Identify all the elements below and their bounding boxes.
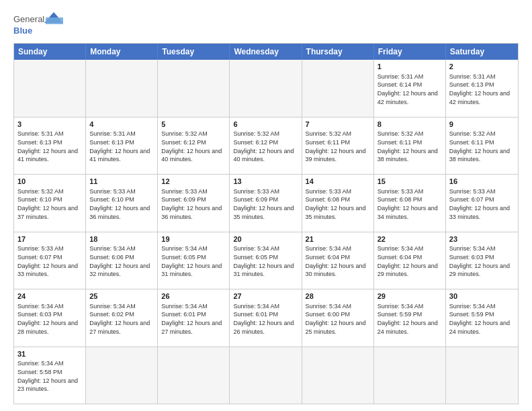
day-info: Sunrise: 5:31 AM Sunset: 6:13 PM Dayligh…	[449, 73, 515, 106]
day-number: 4	[89, 120, 154, 130]
calendar-cell	[158, 347, 230, 404]
day-number: 1	[378, 62, 442, 72]
day-number: 9	[449, 120, 515, 130]
calendar-header: SundayMondayTuesdayWednesdayThursdayFrid…	[14, 44, 518, 60]
day-number: 14	[306, 177, 370, 187]
day-number: 6	[233, 120, 298, 130]
calendar-cell: 31Sunrise: 5:34 AM Sunset: 5:58 PM Dayli…	[14, 347, 86, 404]
calendar-cell: 2Sunrise: 5:31 AM Sunset: 6:13 PM Daylig…	[446, 60, 518, 117]
calendar-row: 1Sunrise: 5:31 AM Sunset: 6:14 PM Daylig…	[14, 60, 518, 117]
calendar-cell	[86, 60, 158, 117]
calendar-cell: 6Sunrise: 5:32 AM Sunset: 6:12 PM Daylig…	[230, 118, 302, 175]
day-info: Sunrise: 5:32 AM Sunset: 6:12 PM Dayligh…	[161, 130, 226, 163]
calendar-cell: 4Sunrise: 5:31 AM Sunset: 6:13 PM Daylig…	[86, 118, 158, 175]
calendar-cell: 8Sunrise: 5:32 AM Sunset: 6:11 PM Daylig…	[374, 118, 446, 175]
calendar-cell: 27Sunrise: 5:34 AM Sunset: 6:01 PM Dayli…	[230, 289, 302, 347]
calendar-cell	[302, 347, 374, 404]
calendar-header-cell: Sunday	[14, 44, 86, 60]
calendar-cell: 3Sunrise: 5:31 AM Sunset: 6:13 PM Daylig…	[14, 118, 86, 175]
calendar-cell: 10Sunrise: 5:32 AM Sunset: 6:10 PM Dayli…	[14, 175, 86, 232]
calendar-row: 31Sunrise: 5:34 AM Sunset: 5:58 PM Dayli…	[14, 347, 518, 404]
day-info: Sunrise: 5:33 AM Sunset: 6:09 PM Dayligh…	[233, 187, 298, 221]
day-number: 17	[17, 234, 82, 244]
day-info: Sunrise: 5:31 AM Sunset: 6:13 PM Dayligh…	[17, 130, 82, 163]
calendar-header-cell: Friday	[374, 44, 446, 60]
day-info: Sunrise: 5:33 AM Sunset: 6:10 PM Dayligh…	[89, 187, 154, 221]
day-number: 11	[89, 177, 154, 187]
calendar: SundayMondayTuesdayWednesdayThursdayFrid…	[13, 43, 519, 404]
day-number: 8	[378, 120, 442, 130]
day-number: 12	[161, 177, 226, 187]
calendar-row: 17Sunrise: 5:33 AM Sunset: 6:07 PM Dayli…	[14, 232, 518, 289]
svg-rect-2	[46, 17, 63, 24]
day-number: 2	[449, 62, 515, 72]
day-number: 20	[233, 234, 298, 244]
day-number: 25	[89, 291, 154, 302]
day-info: Sunrise: 5:32 AM Sunset: 6:11 PM Dayligh…	[306, 130, 370, 163]
calendar-cell: 19Sunrise: 5:34 AM Sunset: 6:05 PM Dayli…	[158, 232, 230, 289]
calendar-cell: 7Sunrise: 5:32 AM Sunset: 6:11 PM Daylig…	[302, 118, 374, 175]
calendar-cell: 20Sunrise: 5:34 AM Sunset: 6:05 PM Dayli…	[230, 232, 302, 289]
day-info: Sunrise: 5:33 AM Sunset: 6:08 PM Dayligh…	[378, 187, 442, 221]
day-info: Sunrise: 5:33 AM Sunset: 6:08 PM Dayligh…	[306, 187, 370, 221]
calendar-cell: 11Sunrise: 5:33 AM Sunset: 6:10 PM Dayli…	[86, 175, 158, 232]
day-info: Sunrise: 5:34 AM Sunset: 6:01 PM Dayligh…	[233, 302, 298, 336]
calendar-cell: 13Sunrise: 5:33 AM Sunset: 6:09 PM Dayli…	[230, 175, 302, 232]
calendar-cell	[446, 347, 518, 404]
day-info: Sunrise: 5:31 AM Sunset: 6:14 PM Dayligh…	[378, 73, 442, 106]
calendar-cell: 25Sunrise: 5:34 AM Sunset: 6:02 PM Dayli…	[86, 289, 158, 347]
day-number: 19	[161, 234, 226, 244]
day-info: Sunrise: 5:34 AM Sunset: 6:00 PM Dayligh…	[306, 302, 370, 336]
day-info: Sunrise: 5:32 AM Sunset: 6:11 PM Dayligh…	[378, 130, 442, 163]
calendar-cell: 9Sunrise: 5:32 AM Sunset: 6:11 PM Daylig…	[446, 118, 518, 175]
calendar-row: 24Sunrise: 5:34 AM Sunset: 6:03 PM Dayli…	[14, 289, 518, 347]
day-info: Sunrise: 5:34 AM Sunset: 6:03 PM Dayligh…	[17, 302, 82, 336]
logo-graphic: General Blue	[13, 11, 67, 36]
calendar-row: 10Sunrise: 5:32 AM Sunset: 6:10 PM Dayli…	[14, 174, 518, 232]
calendar-header-cell: Tuesday	[158, 44, 230, 60]
svg-text:Blue: Blue	[13, 26, 32, 36]
day-info: Sunrise: 5:34 AM Sunset: 6:06 PM Dayligh…	[89, 244, 154, 278]
calendar-row: 3Sunrise: 5:31 AM Sunset: 6:13 PM Daylig…	[14, 117, 518, 175]
day-info: Sunrise: 5:34 AM Sunset: 6:04 PM Dayligh…	[378, 244, 442, 278]
header: General Blue	[13, 11, 519, 36]
calendar-header-cell: Thursday	[302, 44, 374, 60]
calendar-cell	[158, 60, 230, 117]
day-number: 13	[233, 177, 298, 187]
day-info: Sunrise: 5:31 AM Sunset: 6:13 PM Dayligh…	[89, 130, 154, 163]
calendar-cell	[14, 60, 86, 117]
day-number: 10	[17, 177, 82, 187]
day-number: 31	[17, 349, 82, 359]
day-info: Sunrise: 5:34 AM Sunset: 6:02 PM Dayligh…	[89, 302, 154, 336]
calendar-cell: 30Sunrise: 5:34 AM Sunset: 5:59 PM Dayli…	[446, 289, 518, 347]
calendar-cell: 24Sunrise: 5:34 AM Sunset: 6:03 PM Dayli…	[14, 289, 86, 347]
calendar-cell: 21Sunrise: 5:34 AM Sunset: 6:04 PM Dayli…	[302, 232, 374, 289]
day-number: 15	[378, 177, 442, 187]
calendar-cell: 22Sunrise: 5:34 AM Sunset: 6:04 PM Dayli…	[374, 232, 446, 289]
day-info: Sunrise: 5:34 AM Sunset: 6:05 PM Dayligh…	[161, 244, 226, 278]
day-info: Sunrise: 5:33 AM Sunset: 6:09 PM Dayligh…	[161, 187, 226, 221]
calendar-cell: 29Sunrise: 5:34 AM Sunset: 5:59 PM Dayli…	[374, 289, 446, 347]
calendar-cell: 23Sunrise: 5:34 AM Sunset: 6:03 PM Dayli…	[446, 232, 518, 289]
day-info: Sunrise: 5:32 AM Sunset: 6:11 PM Dayligh…	[449, 130, 515, 163]
day-number: 27	[233, 291, 298, 302]
day-info: Sunrise: 5:32 AM Sunset: 6:10 PM Dayligh…	[17, 187, 82, 221]
day-info: Sunrise: 5:34 AM Sunset: 6:03 PM Dayligh…	[449, 244, 515, 278]
calendar-cell: 1Sunrise: 5:31 AM Sunset: 6:14 PM Daylig…	[374, 60, 446, 117]
day-number: 24	[17, 291, 82, 302]
day-number: 30	[449, 291, 515, 302]
calendar-cell: 12Sunrise: 5:33 AM Sunset: 6:09 PM Dayli…	[158, 175, 230, 232]
calendar-header-cell: Wednesday	[230, 44, 302, 60]
day-number: 26	[161, 291, 226, 302]
calendar-cell: 26Sunrise: 5:34 AM Sunset: 6:01 PM Dayli…	[158, 289, 230, 347]
day-number: 18	[89, 234, 154, 244]
day-info: Sunrise: 5:34 AM Sunset: 5:59 PM Dayligh…	[378, 302, 442, 336]
day-info: Sunrise: 5:34 AM Sunset: 6:05 PM Dayligh…	[233, 244, 298, 278]
calendar-cell	[86, 347, 158, 404]
svg-text:General: General	[13, 14, 44, 24]
logo: General Blue	[13, 11, 67, 36]
page: General Blue SundayMondayTuesdayWednesda…	[0, 0, 532, 411]
calendar-cell: 18Sunrise: 5:34 AM Sunset: 6:06 PM Dayli…	[86, 232, 158, 289]
day-info: Sunrise: 5:33 AM Sunset: 6:07 PM Dayligh…	[17, 244, 82, 278]
calendar-cell	[230, 60, 302, 117]
